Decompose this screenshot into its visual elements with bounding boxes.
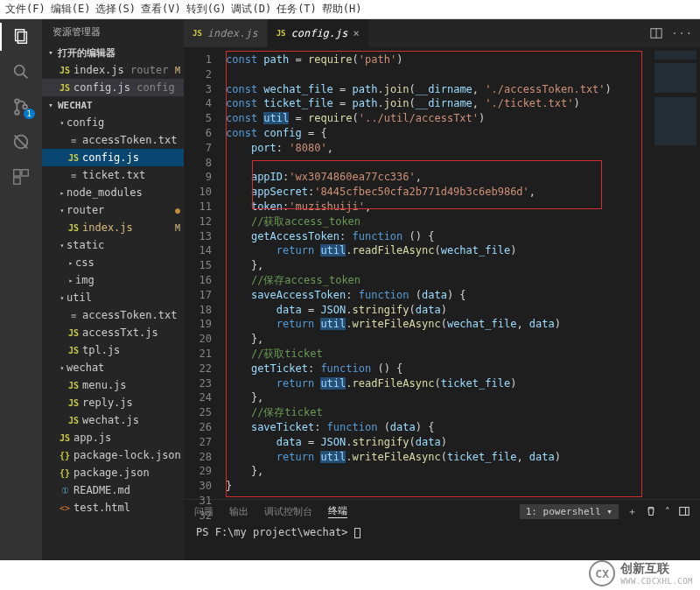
js-icon: JS bbox=[66, 153, 80, 163]
tab-index-js[interactable]: JSindex.js bbox=[184, 19, 267, 47]
menu-view[interactable]: 查看(V) bbox=[141, 2, 181, 17]
js-icon: JS bbox=[66, 223, 80, 233]
file-label: index.js router bbox=[74, 64, 172, 76]
debug-icon[interactable] bbox=[10, 131, 32, 152]
dirty-dot: ● bbox=[172, 206, 184, 215]
menu-tasks[interactable]: 任务(T) bbox=[276, 2, 317, 17]
tree-item[interactable]: ≡accessToken.txt bbox=[42, 306, 184, 324]
close-icon[interactable]: × bbox=[354, 27, 360, 39]
tree-item[interactable]: ≡ticket.txt bbox=[42, 166, 184, 184]
tree-item[interactable]: JSaccessTxt.js bbox=[42, 324, 184, 341]
file-label: node_modules bbox=[66, 186, 184, 199]
tree-item[interactable]: {}package-lock.json bbox=[42, 446, 184, 464]
project-header[interactable]: ▾WECHAT bbox=[42, 96, 184, 114]
js-icon: JS bbox=[58, 433, 72, 443]
tree-item[interactable]: ▸node_modules bbox=[42, 184, 184, 201]
file-label: test.html bbox=[74, 502, 184, 514]
open-editors-header[interactable]: ▾打开的编辑器 bbox=[42, 44, 184, 61]
file-label: reply.js bbox=[82, 397, 184, 409]
tree-item[interactable]: JSapp.js bbox=[42, 429, 184, 446]
tree-item[interactable]: ①README.md bbox=[42, 481, 184, 499]
js-icon: JS bbox=[66, 398, 80, 408]
svg-point-4 bbox=[15, 99, 19, 103]
terminal-selector[interactable]: 1: powershell ▾ bbox=[520, 504, 619, 519]
open-editor-item[interactable]: JSindex.js routerM bbox=[42, 61, 184, 79]
split-editor-icon[interactable] bbox=[650, 27, 662, 39]
tree-item[interactable]: JSwechat.js bbox=[42, 411, 184, 429]
file-label: config.js config bbox=[74, 81, 184, 94]
file-label: static bbox=[66, 239, 184, 251]
minimap[interactable] bbox=[651, 47, 700, 499]
tree-item[interactable]: ▸img bbox=[42, 271, 184, 289]
open-editor-item[interactable]: JSconfig.js config bbox=[42, 79, 184, 96]
menu-edit[interactable]: 编辑(E) bbox=[51, 2, 91, 17]
menu-bar[interactable]: 文件(F) 编辑(E) 选择(S) 查看(V) 转到(G) 调试(D) 任务(T… bbox=[0, 0, 700, 19]
tree-item[interactable]: ▾config bbox=[42, 114, 184, 131]
file-label: img bbox=[75, 274, 184, 286]
svg-point-5 bbox=[15, 110, 19, 115]
js-icon: JS bbox=[58, 83, 72, 93]
scm-badge: 1 bbox=[24, 109, 35, 119]
panel-tab-output[interactable]: 输出 bbox=[229, 505, 248, 518]
svg-rect-14 bbox=[680, 508, 690, 516]
open-editors-list: JSindex.js routerM JSconfig.js config bbox=[42, 61, 184, 96]
tree-item[interactable]: ≡accessToken.txt bbox=[42, 131, 184, 149]
explorer-icon[interactable] bbox=[10, 26, 32, 47]
more-icon[interactable]: ··· bbox=[671, 27, 693, 39]
tree-item[interactable]: <>test.html bbox=[42, 499, 184, 516]
file-label: ticket.txt bbox=[82, 169, 184, 181]
js-icon: JS bbox=[66, 346, 80, 355]
file-label: accessToken.txt bbox=[82, 134, 184, 146]
code-editor[interactable]: const path = require('path') const wecha… bbox=[219, 47, 651, 499]
terminal-body[interactable]: PS F:\my project\wechat> bbox=[184, 523, 700, 560]
menu-select[interactable]: 选择(S) bbox=[95, 2, 136, 17]
tree-item[interactable]: ▾static bbox=[42, 236, 184, 254]
file-label: wechat bbox=[66, 362, 184, 374]
tree-item[interactable]: JSmenu.js bbox=[42, 376, 184, 394]
tree-item[interactable]: ▾util bbox=[42, 289, 184, 306]
file-label: config.js bbox=[82, 151, 184, 164]
file-label: util bbox=[66, 291, 184, 304]
tree-item[interactable]: JSconfig.js bbox=[42, 149, 184, 166]
js-icon: JS bbox=[66, 416, 80, 425]
activity-bar: 1 bbox=[0, 19, 42, 560]
terminal-cursor bbox=[354, 528, 360, 538]
scm-icon[interactable]: 1 bbox=[10, 96, 32, 117]
modified-indicator: M bbox=[172, 223, 184, 233]
svg-rect-0 bbox=[16, 30, 24, 41]
editor-tabs: JSindex.js JSconfig.js× ··· bbox=[184, 19, 700, 47]
tree-item[interactable]: JSindex.jsM bbox=[42, 219, 184, 236]
new-terminal-icon[interactable]: ＋ bbox=[627, 505, 637, 518]
watermark-url: WWW.CDCXHL.COM bbox=[620, 577, 693, 586]
tree-item[interactable]: {}package.json bbox=[42, 464, 184, 481]
maximize-panel-icon[interactable]: ˄ bbox=[665, 506, 670, 517]
kill-terminal-icon[interactable] bbox=[646, 506, 656, 516]
extensions-icon[interactable] bbox=[10, 166, 32, 187]
file-label: package.json bbox=[74, 467, 184, 479]
file-label: README.md bbox=[74, 484, 184, 496]
menu-help[interactable]: 帮助(H) bbox=[322, 2, 362, 17]
panel-layout-icon[interactable] bbox=[679, 506, 690, 516]
json-icon: {} bbox=[58, 451, 72, 460]
file-label: accessTxt.js bbox=[82, 327, 184, 339]
tree-item[interactable]: JSreply.js bbox=[42, 394, 184, 411]
svg-rect-1 bbox=[18, 32, 26, 44]
search-icon[interactable] bbox=[10, 61, 32, 82]
tree-item[interactable]: ▾wechat bbox=[42, 359, 184, 376]
tab-config-js[interactable]: JSconfig.js× bbox=[268, 19, 368, 47]
js-icon: JS bbox=[66, 381, 80, 390]
html-icon: <> bbox=[58, 503, 72, 513]
svg-line-3 bbox=[24, 74, 28, 79]
menu-debug[interactable]: 调试(D) bbox=[231, 2, 271, 17]
tree-item[interactable]: ▸css bbox=[42, 254, 184, 271]
js-icon: JS bbox=[192, 29, 202, 38]
line-gutter: 1234567891011121314151617181920212223242… bbox=[184, 47, 219, 499]
panel-tab-terminal[interactable]: 终端 bbox=[328, 504, 347, 518]
menu-file[interactable]: 文件(F) bbox=[5, 2, 46, 17]
tree-item[interactable]: ▾router● bbox=[42, 201, 184, 219]
sidebar-title: 资源管理器 bbox=[42, 19, 184, 44]
menu-goto[interactable]: 转到(G) bbox=[186, 2, 227, 17]
txt-icon: ≡ bbox=[66, 171, 80, 180]
panel-tab-debug[interactable]: 调试控制台 bbox=[264, 505, 312, 518]
tree-item[interactable]: JStpl.js bbox=[42, 341, 184, 359]
